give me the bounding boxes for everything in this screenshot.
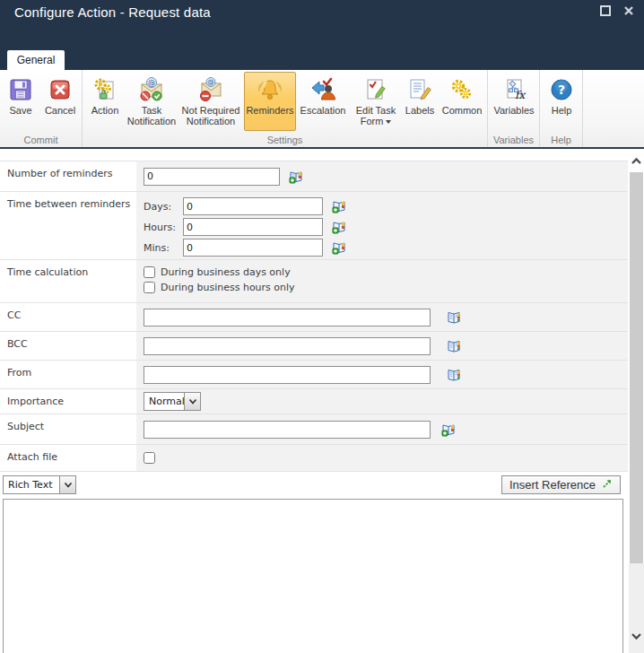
bcc-input[interactable] [144,337,431,355]
chevron-down-icon [59,476,75,493]
help-button[interactable]: ? Help [542,72,581,131]
field-label: Time between reminders [0,192,136,259]
lookup-icon[interactable] [332,220,346,234]
tab-general[interactable]: General [7,50,65,70]
ribbon-button-label: Reminders [246,105,293,116]
row-importance: Importance Normal [0,389,628,414]
field-label: BCC [0,332,136,360]
lookup-icon[interactable] [289,170,303,184]
insert-reference-button[interactable]: Insert Reference [501,475,621,494]
ribbon-button-label: Variables [493,105,534,116]
reminders-bell-icon [256,74,284,105]
common-button[interactable]: Common [438,72,486,131]
ribbon-group-variables: fx Variables Variables [488,70,540,147]
svg-text:fx: fx [515,89,526,101]
cc-input[interactable] [144,309,431,326]
ribbon-button-label: Not Required Notification [178,105,243,126]
edit-task-form-button[interactable]: Edit Task Form [350,72,402,131]
close-icon [623,4,634,20]
row-attach-file: Attach file [0,445,628,472]
insert-reference-label: Insert Reference [509,478,596,492]
from-input[interactable] [144,366,431,384]
lookup-icon[interactable] [441,422,456,437]
hours-input[interactable] [183,218,323,236]
escalation-button[interactable]: Escalation [296,72,350,131]
chevron-down-icon [631,628,642,644]
number-of-reminders-input[interactable] [144,168,280,186]
not-required-notification-button[interactable]: @ Not Required Notification [178,72,244,131]
ribbon-group-label: Settings [83,135,487,145]
row-number-of-reminders: Number of reminders [0,161,628,192]
text-format-select[interactable]: Rich Text [3,475,76,494]
not-required-notification-icon: @ [196,74,225,105]
editor-toolbar: Rich Text Insert Reference [0,472,628,499]
importance-select[interactable]: Normal [144,392,201,411]
svg-text:@: @ [148,79,155,87]
save-icon [6,74,35,105]
cancel-button[interactable]: Cancel [39,72,81,131]
action-gears-icon [91,74,119,105]
message-body-editor[interactable] [3,499,623,653]
business-hours-checkbox-row[interactable]: During business hours only [144,282,628,293]
reminders-button[interactable]: Reminders [244,72,296,131]
svg-text:@: @ [207,78,214,86]
business-days-checkbox-row[interactable]: During business days only [144,266,628,278]
ribbon-group-label: Variables [488,135,539,145]
business-days-checkbox[interactable] [144,266,155,278]
address-book-icon[interactable] [447,368,461,382]
mins-input[interactable] [183,239,323,257]
ribbon: Save Cancel Commit [0,70,644,149]
scroll-down-button[interactable] [629,628,644,644]
scroll-up-button[interactable] [629,152,644,169]
labels-button[interactable]: Labels [402,72,438,131]
business-hours-checkbox[interactable] [144,282,155,293]
chevron-down-icon [386,120,391,124]
checkbox-label: During business hours only [161,282,295,293]
task-notification-button[interactable]: @ Task Notification [126,72,178,131]
attach-file-checkbox[interactable] [144,452,155,464]
field-label: From [0,361,136,388]
ribbon-button-label: Action [91,105,119,116]
variables-fx-icon: fx [500,74,528,105]
cancel-icon [46,74,74,105]
escalation-icon [309,74,337,105]
row-time-calculation: Time calculation During business days on… [0,260,628,303]
form-panel: Number of reminders Time between remi [0,149,628,653]
lookup-icon[interactable] [332,199,346,213]
row-time-between-reminders: Time between reminders Days: Hours: [0,192,628,260]
tab-general-label: General [17,54,56,66]
days-input[interactable] [183,197,323,215]
svg-text:?: ? [558,83,565,97]
lookup-icon[interactable] [332,240,346,255]
field-label: Attach file [0,445,136,471]
ribbon-button-label: Labels [405,105,434,116]
subject-input[interactable] [144,421,431,439]
ribbon-group-label: Commit [0,135,82,145]
field-label: Number of reminders [0,161,136,191]
maximize-icon [600,4,611,20]
close-button[interactable] [622,5,635,18]
ribbon-button-label: Save [9,105,31,116]
labels-icon [405,74,434,105]
sub-field-label: Mins: [144,242,183,254]
task-notification-icon: @ [137,74,166,105]
ribbon-button-label: Task Notification [126,105,177,126]
ribbon-button-label: Edit Task Form [351,105,401,126]
save-button[interactable]: Save [2,72,39,131]
field-label: Importance [0,389,136,414]
maximize-button[interactable] [599,5,612,18]
ribbon-group-settings: Action @ Task Notification [83,70,488,147]
action-button[interactable]: Action [84,72,126,131]
row-from: From [0,361,628,389]
ribbon-group-commit: Save Cancel Commit [0,70,83,147]
address-book-icon[interactable] [447,310,461,325]
variables-button[interactable]: fx Variables [490,72,538,131]
text-format-value: Rich Text [4,476,59,493]
ribbon-group-label: Help [540,135,582,145]
chevron-down-icon [184,393,200,410]
scrollbar-thumb[interactable] [630,172,643,563]
scrollbar[interactable] [629,149,644,653]
insert-reference-arrow-icon [601,478,613,492]
ribbon-button-label: Common [442,105,483,116]
address-book-icon[interactable] [447,339,461,353]
